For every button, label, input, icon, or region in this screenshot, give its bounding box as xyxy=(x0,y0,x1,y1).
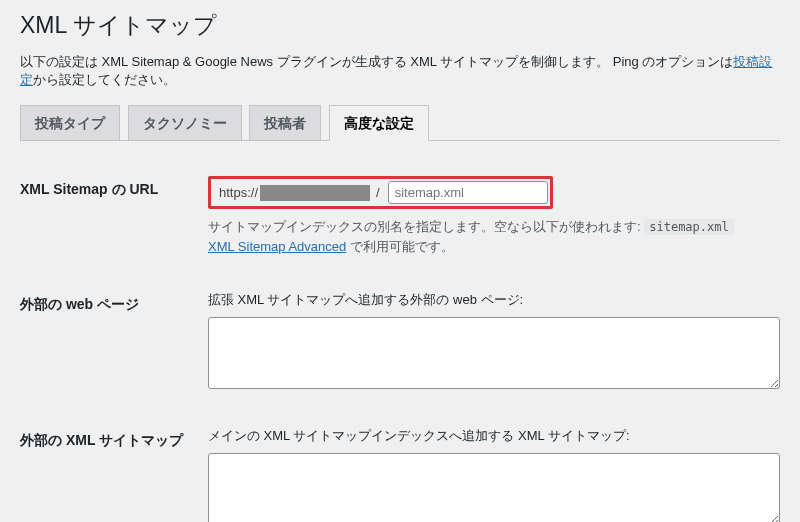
tab-advanced[interactable]: 高度な設定 xyxy=(329,105,429,141)
default-sitemap-code: sitemap.xml xyxy=(644,219,733,235)
external-sitemaps-label: 外部の XML サイトマップ xyxy=(20,412,208,522)
external-sitemaps-textarea[interactable] xyxy=(208,453,780,522)
external-pages-label: 外部の web ページ xyxy=(20,276,208,412)
tab-authors[interactable]: 投稿者 xyxy=(249,105,321,141)
page-title: XML サイトマップ xyxy=(20,10,780,41)
page-description-text: 以下の設定は XML Sitemap & Google News プラグインが生… xyxy=(20,54,733,69)
external-pages-textarea[interactable] xyxy=(208,317,780,389)
tab-post-types[interactable]: 投稿タイプ xyxy=(20,105,120,141)
desc-text-2: で利用可能です。 xyxy=(346,239,454,254)
page-description-suffix: から設定してください。 xyxy=(33,72,176,87)
tab-taxonomies[interactable]: タクソノミー xyxy=(128,105,242,141)
external-sitemaps-caption: メインの XML サイトマップインデックスへ追加する XML サイトマップ: xyxy=(208,427,780,445)
external-pages-caption: 拡張 XML サイトマップへ追加する外部の web ページ: xyxy=(208,291,780,309)
url-prefix-https: https:// xyxy=(213,181,260,204)
settings-form: XML Sitemap の URL https:// / サイトマップインデック… xyxy=(20,161,780,522)
tab-nav: 投稿タイプ タクソノミー 投稿者 高度な設定 xyxy=(20,105,780,141)
sitemap-url-label: XML Sitemap の URL xyxy=(20,161,208,276)
url-domain-redacted xyxy=(260,185,370,201)
page-description: 以下の設定は XML Sitemap & Google News プラグインが生… xyxy=(20,53,780,89)
xml-sitemap-advanced-link[interactable]: XML Sitemap Advanced xyxy=(208,239,346,254)
sitemap-url-description: サイトマップインデックスの別名を指定します。空なら以下が使われます: sitem… xyxy=(208,217,780,256)
url-slash: / xyxy=(370,181,382,204)
sitemap-filename-input[interactable] xyxy=(388,181,548,204)
desc-text-1: サイトマップインデックスの別名を指定します。空なら以下が使われます: xyxy=(208,219,644,234)
sitemap-url-field-wrap: https:// / xyxy=(208,176,553,209)
